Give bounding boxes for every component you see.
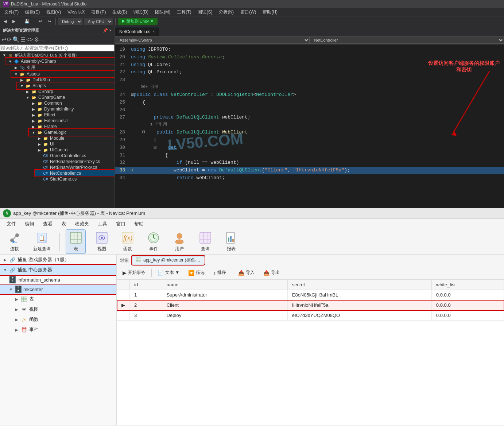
nav-begin-transaction-btn[interactable]: ▶ 开始事务 (120, 268, 148, 277)
nav-export-btn[interactable]: 📤 导出 (260, 268, 283, 277)
toolbar-back-btn[interactable]: ◀ (1, 18, 9, 24)
menu-view[interactable]: 视图(V) (43, 8, 64, 16)
table-row-2-client[interactable]: ▶ 2 Client IHtrvnloNHfelF5a 0.0.0.0 (117, 300, 504, 310)
debug-mode-dropdown[interactable]: Debug (58, 18, 82, 25)
tree-common[interactable]: ▶ 📁 Common (29, 100, 115, 106)
tree-solution[interactable]: ▼ ⊞ 解决方案'DaDiShu_Lua' (6 个项目) (0, 52, 115, 58)
tab-close-btn[interactable]: × (152, 30, 155, 34)
sidebar-tool-6[interactable]: ⚙ (34, 36, 39, 43)
tree-module[interactable]: ▶ 📁 Module (35, 135, 115, 141)
tree-assets[interactable]: ▼ 📂 Assets (12, 71, 115, 77)
nav-event-btn[interactable]: 事件 (143, 230, 163, 253)
menu-tools[interactable]: 工具(T) (174, 8, 194, 16)
sidebar-search-input[interactable] (0, 44, 115, 51)
nav-menu-help[interactable]: 帮助 (131, 220, 147, 228)
menu-edit[interactable]: 编辑(E) (22, 8, 43, 16)
attach-unity-btn[interactable]: ▶ 附加到 Unity ▼ (118, 18, 158, 25)
menu-project[interactable]: 项目(P) (88, 8, 109, 16)
menu-file[interactable]: 文件(F) (1, 8, 22, 16)
sidebar-tool-5[interactable]: <> (26, 36, 33, 43)
vs-title: DaDiShu_Lua - Microsoft Visual Studio (11, 1, 86, 7)
nav-tree-views[interactable]: ▶ 👁 视图 (0, 304, 116, 314)
table-row-3[interactable]: 3 Deploy eIO7d3bYUQZM08QO 0.0.0.0 (117, 310, 504, 321)
menu-help[interactable]: 帮助(H) (260, 8, 280, 16)
menu-vassistx[interactable]: VAssistX (65, 9, 88, 15)
nav-filter-btn[interactable]: 🔽 筛选 (185, 268, 208, 277)
nav-menu-tools[interactable]: 工具 (94, 220, 111, 228)
tree-assembly-csharp[interactable]: ▼ 🔷 Assembly-CSharp (6, 58, 115, 64)
menu-build[interactable]: 生成(B) (109, 8, 130, 16)
nav-titlebar: N app_key @mkcenter (捕鱼-中心服务器) - 表 - Nav… (0, 208, 504, 219)
nav-tree-centerserver[interactable]: ▼ 🔗 捕鱼-中心服务器 (0, 265, 116, 275)
nav-menu-edit[interactable]: 编辑 (21, 220, 38, 228)
tree-csharPgame[interactable]: ▼ 📂 CSharpGame (23, 94, 115, 100)
nav-class-dropdown[interactable]: Assembly-CSharp (115, 36, 310, 44)
menu-debug[interactable]: 调试(D) (131, 8, 151, 16)
nav-tree-mkcenter[interactable]: ▼ 🗄️ mkcenter (0, 284, 116, 294)
tree-netcontroller-cs[interactable]: C# NetController.cs (35, 170, 115, 176)
tree-effect[interactable]: ▶ 📁 Effect (29, 112, 115, 118)
sidebar-tool-7[interactable]: — (40, 36, 46, 43)
table-row-1[interactable]: 1 SuperAdministrator E8oN05kGjH3aHmBL 0.… (117, 290, 504, 300)
nav-text-btn[interactable]: 📄 文本 ▼ (155, 268, 182, 277)
nav-gameserver-label: 捕鱼-游戏服务器（1服） (18, 256, 69, 263)
nav-tree-tables[interactable]: ▶ 表 (0, 294, 116, 304)
row2-id: 2 (130, 300, 162, 310)
nav-import-btn[interactable]: 📥 导入 (235, 268, 257, 277)
tab-netcontroller[interactable]: NetController.cs × (115, 27, 159, 36)
sidebar-tool-1[interactable]: ↩ (1, 36, 6, 43)
col-secret-header[interactable]: secret (287, 280, 431, 290)
sidebar-pin-btn[interactable]: 📌 (103, 28, 108, 33)
tree-ref[interactable]: ▶ 📎 引用 (12, 64, 115, 71)
nav-tree-events[interactable]: ▶ ⏰ 事件 (0, 325, 116, 335)
nav-view-btn[interactable]: 视图 (92, 230, 112, 253)
nav-active-tab-tag[interactable]: app_key @mkcenter (捕鱼-... (132, 256, 204, 264)
sidebar-tool-4[interactable]: ☰ (20, 36, 26, 43)
col-whitelist-header[interactable]: white_list (431, 280, 504, 290)
nav-member-dropdown[interactable]: NetController (310, 36, 504, 44)
nav-table-btn[interactable]: 表 (66, 229, 86, 254)
col-name-header[interactable]: name (162, 280, 287, 290)
menu-analyze[interactable]: 分析(N) (216, 8, 237, 16)
toolbar-redo-btn[interactable]: ↪ (46, 18, 53, 24)
nav-menu-view[interactable]: 查看 (39, 220, 56, 228)
nav-menu-file[interactable]: 文件 (3, 220, 20, 228)
nav-query-btn[interactable]: 查询 (195, 230, 215, 253)
nav-report-btn[interactable]: 报表 (221, 230, 241, 253)
nav-sort-btn[interactable]: ↕ 排序 (210, 268, 229, 277)
tree-csharp[interactable]: ▶ 📁 CSharp (23, 89, 115, 94)
menu-window[interactable]: 窗口(W) (237, 8, 259, 16)
tree-dynamicinfinity[interactable]: ▶ 📁 DynamicInfinity (29, 106, 115, 112)
menu-test[interactable]: 测试(S) (195, 8, 215, 16)
nav-menu-table[interactable]: 表 (58, 220, 70, 228)
nav-menu-window[interactable]: 窗口 (112, 220, 129, 228)
nav-tree-gameserver[interactable]: ▶ 🔗 捕鱼-游戏服务器（1服） (0, 255, 116, 265)
sidebar-tool-3[interactable]: 🔍 (12, 36, 20, 43)
col-id-header[interactable]: id (130, 280, 162, 290)
tree-dadishu[interactable]: ▶ 📁 DaDiShu (18, 77, 115, 83)
nav-newquery-btn[interactable]: 📋 + 新建查询 (30, 230, 54, 253)
sidebar-close-btn[interactable]: × (109, 28, 112, 33)
tree-ui[interactable]: ▶ 📁 UI (35, 141, 115, 147)
tree-gamelogic[interactable]: ▼ 📂 GameLogic (29, 129, 115, 135)
nav-tree-functions[interactable]: ▶ fx 函数 (0, 314, 116, 325)
tree-frame[interactable]: ▶ 📁 Frame (29, 124, 115, 129)
nav-tree-infoschema[interactable]: 🗄️ information_schema (0, 275, 116, 284)
nav-function-btn[interactable]: f(x) 函数 (117, 230, 137, 253)
tree-gamecontroller-cs[interactable]: C# GameController.cs (35, 153, 115, 159)
toolbar-forward-btn[interactable]: ▶ (10, 18, 18, 24)
platform-dropdown[interactable]: Any CPU (84, 18, 113, 25)
tree-netbinarywriter-cs[interactable]: C# NetBinaryWriterProxy.cs (35, 164, 115, 170)
toolbar-undo-btn[interactable]: ↩ (36, 18, 44, 24)
menu-team[interactable]: 团队(M) (152, 8, 173, 16)
tree-startgame-cs[interactable]: C# StartGame.cs (35, 176, 115, 182)
nav-menu-favorites[interactable]: 收藏夹 (71, 220, 93, 228)
toolbar-save-btn[interactable]: 💾 (22, 18, 32, 24)
tree-extensionui[interactable]: ▶ 📁 ExtensionUI (29, 118, 115, 124)
sidebar-tool-2[interactable]: ⟳ (7, 36, 12, 43)
tree-netbinaryreader-cs[interactable]: C# NetBinaryReaderProxy.cs (35, 159, 115, 164)
nav-connect-btn[interactable]: + 连接 (4, 230, 24, 253)
tree-scripts[interactable]: ▼ 📂 Scripts (18, 83, 115, 89)
tree-uicontrol[interactable]: ▶ 📁 UIControl (35, 147, 115, 153)
nav-user-btn[interactable]: 用户 (169, 230, 189, 253)
